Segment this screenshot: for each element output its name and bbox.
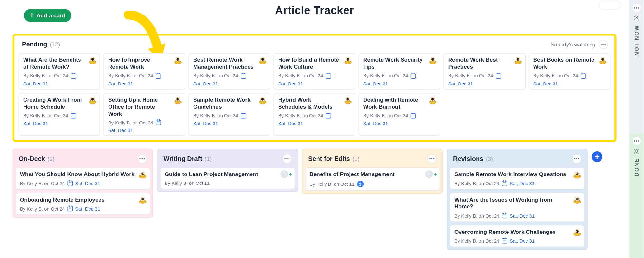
assignee-avatar-icon (428, 56, 437, 65)
column-writing: Writing Draft (1) ••• +Guide to Lean Pro… (157, 149, 298, 192)
revisions-menu-button[interactable]: ••• (572, 154, 581, 164)
assignee-avatar-icon (138, 171, 147, 180)
card[interactable]: What Are the Benefits of Remote Work?By … (19, 53, 100, 89)
card[interactable]: What You Should Know About Hybrid WorkBy… (15, 168, 150, 190)
card-byline: By Kelly B. on Oct 24 (454, 181, 499, 186)
edits-title: Sent for Edits (308, 155, 350, 163)
ondeck-menu-button[interactable]: ••• (138, 154, 147, 164)
svg-point-34 (431, 58, 434, 61)
svg-rect-63 (90, 101, 96, 102)
card[interactable]: Overcoming Remote Work ChallengesBy Kell… (450, 225, 585, 247)
card-due-date: Sat, Dec 31 (278, 121, 303, 126)
card[interactable]: Remote Work Security TipsBy Kelly B. on … (359, 53, 440, 89)
svg-point-83 (347, 98, 347, 99)
card-byline: By Kelly B. on Oct 24 (448, 74, 493, 78)
card-due-date: Sat, Dec 31 (363, 81, 388, 86)
svg-point-82 (346, 98, 349, 100)
card[interactable]: What Are the Issues of Working from Home… (450, 193, 585, 222)
card-byline: By Kelly B. on Oct 24 (533, 74, 578, 78)
card[interactable]: Dealing with Remote Work BurnoutBy Kelly… (359, 93, 440, 136)
calendar-icon (241, 113, 246, 118)
card[interactable]: Remote Work Best PracticesBy Kelly B. on… (444, 53, 526, 89)
svg-point-12 (178, 59, 179, 59)
collapsed-column-notnow[interactable]: ••• (8) NOT NOW (629, 0, 644, 133)
svg-point-100 (143, 174, 144, 174)
svg-point-114 (576, 173, 578, 175)
svg-point-3 (92, 59, 92, 59)
card-title: Hybrid Work Schedules & Models (278, 96, 351, 110)
svg-rect-31 (345, 62, 351, 62)
card[interactable]: Best Remote Work Management PracticesBy … (189, 53, 270, 89)
card[interactable]: +Guide to Lean Project ManagementBy Kell… (160, 168, 295, 189)
svg-point-59 (92, 98, 92, 99)
card-byline: By Kelly B. on Oct 24 (278, 74, 323, 78)
add-column-button[interactable]: + (592, 152, 602, 162)
done-menu-button[interactable]: ••• (632, 136, 641, 145)
svg-point-67 (177, 98, 177, 99)
card[interactable]: Onboarding Remote EmployeesBy Kelly B. o… (15, 193, 150, 215)
svg-rect-39 (430, 62, 436, 62)
calendar-icon (241, 73, 246, 79)
card[interactable]: Sample Remote Work GuidelinesBy Kelly B.… (189, 93, 270, 136)
column-edits: Sent for Edits (1) ••• +Benefits of Proj… (302, 149, 443, 194)
calendar-icon (71, 113, 76, 118)
calendar-icon (156, 120, 161, 125)
svg-point-19 (262, 59, 262, 59)
pending-menu-button[interactable]: ••• (599, 40, 608, 49)
svg-point-108 (143, 199, 144, 199)
svg-point-116 (578, 174, 578, 174)
card-title: Best Books on Remote Work (533, 57, 606, 71)
card[interactable]: Creating A Work From Home ScheduleBy Kel… (19, 93, 100, 136)
pending-title: Pending (22, 41, 47, 48)
card[interactable]: Hybrid Work Schedules & ModelsBy Kelly B… (274, 93, 355, 136)
revisions-title: Revisions (453, 155, 483, 163)
svg-point-35 (432, 59, 432, 59)
svg-point-123 (576, 199, 577, 199)
add-assignee-icon[interactable]: + (434, 171, 437, 177)
add-assignee-icon[interactable]: + (289, 171, 292, 177)
card-title: Benefits of Project Management (309, 171, 435, 178)
svg-point-74 (261, 98, 264, 100)
collapsed-column-done[interactable]: ••• (0) DONE (629, 133, 644, 258)
calendar-icon (71, 73, 76, 79)
svg-rect-47 (515, 62, 521, 62)
card-due-date: Sat, Dec 31 (193, 121, 218, 126)
card-title: Onboarding Remote Employees (20, 196, 146, 203)
card-byline: By Kelly B. on Oct 24 (23, 74, 68, 78)
notnow-menu-button[interactable]: ••• (632, 3, 641, 12)
card[interactable]: How to Improve Remote WorkBy Kelly B. on… (104, 53, 185, 89)
svg-rect-103 (140, 176, 146, 177)
assignee-avatar-icon (428, 96, 437, 105)
svg-point-115 (576, 174, 577, 174)
assignee-placeholder[interactable]: + (283, 171, 292, 178)
svg-point-130 (576, 230, 578, 233)
edits-menu-button[interactable]: ••• (427, 154, 436, 164)
assignee-placeholder[interactable]: + (428, 171, 437, 178)
assignee-avatar-icon (573, 228, 582, 237)
svg-point-44 (518, 59, 519, 59)
card-due-date: Sat, Dec 31 (278, 81, 303, 86)
pending-count: (12) (50, 41, 60, 48)
card-title: Sample Remote Work Guidelines (193, 96, 266, 110)
card[interactable]: How to Build a Remote Work CultureBy Kel… (274, 53, 355, 89)
card-title: What You Should Know About Hybrid Work (20, 171, 146, 178)
svg-point-132 (578, 231, 578, 232)
card[interactable]: +Benefits of Project ManagementBy Kelly … (305, 168, 440, 191)
card[interactable]: Sample Remote Work Interview QuestionsBy… (450, 168, 585, 190)
calendar-icon (326, 73, 331, 79)
assignee-avatar-icon (573, 171, 582, 180)
card-byline: By Kelly B. on Oct 11 (165, 181, 210, 186)
card[interactable]: Best Books on Remote WorkBy Kelly B. on … (529, 53, 611, 89)
svg-point-76 (263, 98, 264, 99)
card-byline: By Kelly B. on Oct 24 (23, 113, 68, 118)
writing-count: (1) (205, 155, 212, 162)
notnow-label: NOT NOW (634, 25, 639, 56)
card-due-date: Sat, Dec 31 (448, 81, 473, 86)
calendar-icon (502, 181, 507, 186)
svg-point-42 (516, 58, 519, 61)
writing-menu-button[interactable]: ••• (283, 154, 292, 164)
svg-point-84 (348, 98, 349, 99)
svg-point-92 (433, 98, 434, 99)
card-due-date: Sat, Dec 31 (23, 81, 48, 86)
card[interactable]: Setting Up a Home Office for Remote Work… (104, 93, 185, 136)
